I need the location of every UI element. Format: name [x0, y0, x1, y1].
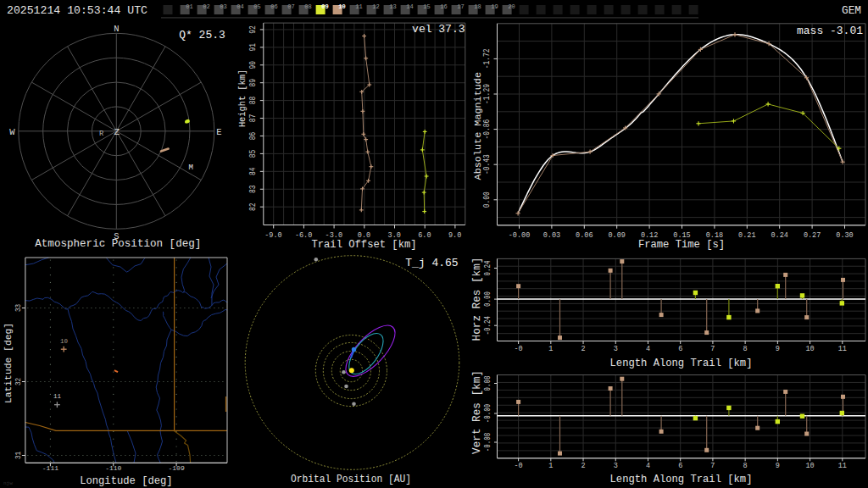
svg-text:10: 10	[60, 338, 69, 345]
svg-text:11: 11	[355, 3, 362, 10]
svg-text:R: R	[99, 130, 104, 138]
svg-text:Length Along Trail [km]: Length Along Trail [km]	[610, 474, 753, 485]
svg-text:Length Along Trail [km]: Length Along Trail [km]	[610, 358, 753, 369]
svg-text:N: N	[114, 24, 119, 34]
svg-text:10: 10	[805, 462, 814, 470]
svg-text:Height [km]: Height [km]	[236, 69, 248, 127]
svg-text:0.30: 0.30	[836, 231, 853, 240]
svg-text:1: 1	[548, 345, 553, 353]
svg-text:-0.08: -0.08	[483, 433, 492, 452]
svg-text:-110: -110	[105, 464, 121, 472]
svg-text:-111: -111	[42, 464, 58, 472]
svg-text:9: 9	[776, 345, 780, 353]
svg-text:0.06: 0.06	[576, 231, 593, 240]
svg-text:mass -3.01: mass -3.01	[797, 25, 863, 37]
svg-text:E: E	[216, 127, 221, 137]
svg-text:7: 7	[710, 345, 715, 353]
svg-text:9: 9	[776, 462, 780, 470]
svg-text:85: 85	[248, 150, 258, 158]
svg-text:16: 16	[440, 3, 447, 10]
svg-text:13: 13	[389, 3, 396, 10]
svg-text:84: 84	[248, 168, 258, 176]
svg-text:0.24: 0.24	[771, 231, 787, 240]
svg-text:3: 3	[614, 462, 618, 470]
svg-text:17: 17	[457, 3, 464, 10]
svg-text:0.24: 0.24	[483, 261, 492, 276]
svg-text:83: 83	[248, 186, 258, 194]
svg-text:86: 86	[248, 132, 258, 141]
svg-text:6: 6	[678, 345, 682, 353]
svg-text:6.0: 6.0	[418, 231, 431, 240]
svg-text:0.08: 0.08	[483, 376, 492, 391]
svg-text:89: 89	[248, 79, 258, 87]
svg-text:Trail Offset [km]: Trail Offset [km]	[311, 239, 416, 251]
svg-text:7: 7	[710, 462, 715, 470]
svg-text:3: 3	[614, 345, 618, 353]
svg-text:11: 11	[53, 393, 62, 400]
svg-text:11: 11	[838, 345, 847, 353]
svg-text:20: 20	[508, 3, 515, 10]
svg-text:31: 31	[14, 452, 23, 459]
svg-text:Frame Time [s]: Frame Time [s]	[638, 239, 725, 251]
svg-text:04: 04	[236, 3, 243, 10]
svg-text:92: 92	[248, 25, 258, 34]
svg-text:-0.00: -0.00	[509, 231, 531, 240]
svg-text:-0: -0	[514, 462, 522, 470]
svg-text:8: 8	[743, 462, 748, 470]
svg-text:32: 32	[14, 378, 23, 385]
svg-text:02: 02	[203, 3, 209, 10]
svg-text:20251214 10:53:44 UTC: 20251214 10:53:44 UTC	[7, 5, 147, 17]
svg-text:4: 4	[646, 462, 650, 470]
svg-text:06: 06	[270, 3, 277, 10]
svg-text:6: 6	[678, 462, 682, 470]
svg-text:9.0: 9.0	[448, 231, 461, 240]
svg-text:Orbital Position [AU]: Orbital Position [AU]	[291, 474, 411, 485]
svg-text:0.00: 0.00	[481, 191, 492, 208]
svg-text:2: 2	[581, 345, 585, 353]
svg-text:T_j 4.65: T_j 4.65	[405, 257, 458, 269]
svg-text:87: 87	[248, 114, 258, 123]
svg-text:Longitude [deg]: Longitude [deg]	[80, 475, 173, 487]
svg-text:Atmospheric Position [deg]: Atmospheric Position [deg]	[35, 238, 201, 250]
svg-text:12: 12	[372, 3, 379, 10]
svg-text:0.03: 0.03	[543, 231, 560, 240]
svg-text:10: 10	[805, 345, 814, 353]
svg-text:19: 19	[491, 3, 498, 10]
svg-text:-0: -0	[514, 345, 522, 353]
svg-text:01: 01	[186, 3, 192, 10]
svg-text:33: 33	[14, 304, 23, 312]
svg-text:05: 05	[253, 3, 260, 10]
svg-text:11: 11	[838, 462, 847, 470]
svg-text:Z: Z	[114, 127, 120, 137]
svg-text:W: W	[9, 127, 15, 137]
svg-text:10: 10	[338, 3, 345, 10]
svg-text:-9.0: -9.0	[264, 231, 281, 240]
svg-text:0.21: 0.21	[738, 231, 755, 240]
svg-text:18: 18	[474, 3, 481, 10]
svg-text:09: 09	[321, 3, 328, 10]
svg-text:Vert Res [km]: Vert Res [km]	[471, 370, 483, 454]
svg-text:07: 07	[287, 3, 294, 10]
svg-text:91: 91	[248, 43, 258, 52]
svg-text:-6.0: -6.0	[295, 231, 312, 240]
svg-text:2: 2	[581, 462, 585, 470]
svg-text:-109: -109	[168, 464, 184, 472]
svg-text:vel 37.3: vel 37.3	[412, 23, 465, 36]
svg-text:Latitude [deg]: Latitude [deg]	[3, 323, 14, 403]
svg-text:-0.00: -0.00	[483, 404, 492, 424]
svg-text:0.09: 0.09	[608, 231, 625, 240]
svg-text:4: 4	[646, 345, 650, 353]
svg-text:08: 08	[304, 3, 311, 10]
svg-text:88: 88	[248, 97, 258, 105]
svg-text:03: 03	[220, 3, 226, 10]
svg-text:0.27: 0.27	[804, 231, 821, 240]
svg-text:M: M	[189, 164, 193, 172]
svg-text:GEM: GEM	[842, 4, 861, 17]
svg-text:-0.24: -0.24	[483, 316, 492, 336]
svg-text:82: 82	[248, 202, 258, 211]
svg-text:Absolute Magnitude: Absolute Magnitude	[472, 72, 484, 180]
svg-text:8: 8	[743, 345, 748, 353]
svg-text:-1.72: -1.72	[481, 49, 492, 69]
svg-text:14: 14	[406, 3, 413, 10]
svg-text:Q* 25.3: Q* 25.3	[179, 29, 225, 42]
